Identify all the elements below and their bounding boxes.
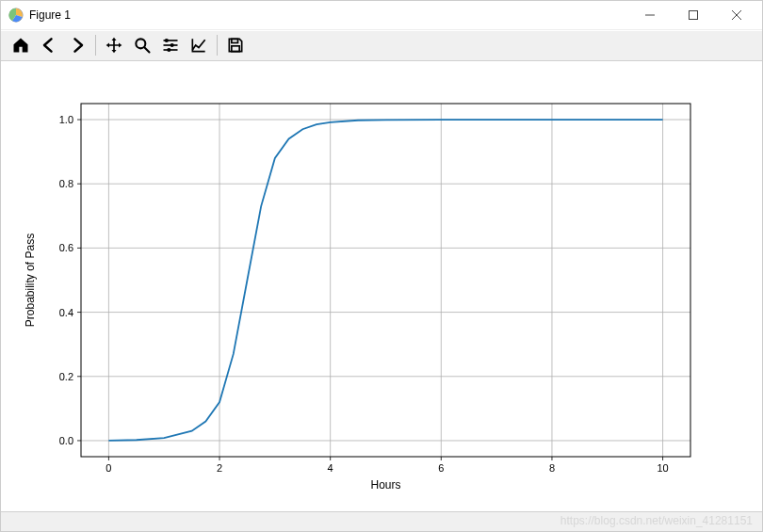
maximize-icon xyxy=(689,10,698,20)
forward-icon xyxy=(68,36,87,55)
svg-rect-14 xyxy=(232,46,239,52)
svg-rect-27 xyxy=(81,104,690,457)
subplots-icon xyxy=(161,36,180,55)
pan-button[interactable] xyxy=(100,32,128,58)
toolbar-separator xyxy=(217,35,218,56)
svg-text:6: 6 xyxy=(438,462,444,474)
mpl-toolbar xyxy=(1,30,762,61)
zoom-icon xyxy=(133,36,152,55)
forward-button[interactable] xyxy=(63,32,91,58)
axes-icon xyxy=(189,36,208,55)
svg-text:4: 4 xyxy=(328,462,333,474)
svg-text:0.4: 0.4 xyxy=(59,306,73,317)
subplots-button[interactable] xyxy=(156,32,185,58)
maximize-button[interactable] xyxy=(672,1,715,29)
close-icon xyxy=(732,10,741,20)
svg-text:0.0: 0.0 xyxy=(59,435,73,446)
matplotlib-icon xyxy=(8,8,24,23)
save-button[interactable] xyxy=(221,32,250,58)
minimize-button[interactable] xyxy=(628,1,672,29)
toolbar-separator xyxy=(95,35,96,56)
minimize-icon xyxy=(645,10,655,20)
home-button[interactable] xyxy=(7,32,35,58)
svg-text:0.2: 0.2 xyxy=(59,370,73,381)
back-button[interactable] xyxy=(35,32,63,58)
zoom-button[interactable] xyxy=(128,32,156,58)
svg-text:0: 0 xyxy=(106,462,111,474)
svg-point-10 xyxy=(165,39,169,42)
svg-rect-2 xyxy=(690,11,698,20)
close-button[interactable] xyxy=(715,1,758,29)
titlebar: Figure 1 xyxy=(1,1,762,30)
chart-svg: 02468100.00.20.40.60.81.0HoursProbabilit… xyxy=(1,61,762,511)
pan-icon xyxy=(105,36,123,55)
svg-line-6 xyxy=(145,48,150,53)
svg-text:8: 8 xyxy=(549,462,555,474)
svg-text:0.6: 0.6 xyxy=(59,242,73,253)
svg-text:0.8: 0.8 xyxy=(59,178,73,189)
svg-text:Probability of Pass: Probability of Pass xyxy=(24,233,37,326)
svg-rect-13 xyxy=(232,40,238,43)
svg-text:2: 2 xyxy=(217,462,222,474)
figure-canvas[interactable]: 02468100.00.20.40.60.81.0HoursProbabilit… xyxy=(1,61,762,511)
save-icon xyxy=(226,36,245,55)
figure-window: Figure 1 xyxy=(0,0,763,532)
svg-text:10: 10 xyxy=(657,462,668,474)
statusbar xyxy=(1,511,762,531)
svg-text:Hours: Hours xyxy=(370,478,400,492)
svg-text:1.0: 1.0 xyxy=(59,114,73,125)
svg-point-12 xyxy=(167,48,170,52)
home-icon xyxy=(11,36,30,55)
back-icon xyxy=(40,36,58,55)
window-title: Figure 1 xyxy=(29,8,71,22)
axes-button[interactable] xyxy=(185,32,213,58)
svg-point-11 xyxy=(170,43,174,47)
